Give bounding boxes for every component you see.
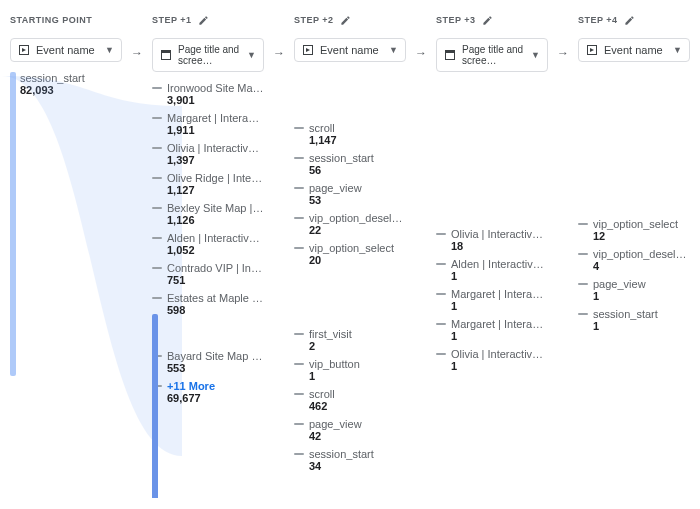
flow-node[interactable]: Margaret | Interactive …1 — [436, 288, 548, 312]
column-title: STEP +2 — [294, 15, 334, 25]
node-tick — [152, 207, 162, 209]
dimension-selector[interactable]: Event name ▼ — [10, 38, 122, 62]
chevron-down-icon: ▼ — [247, 50, 256, 60]
node-label: Olivia | Interactive Floo… — [451, 228, 548, 240]
flow-node[interactable]: vip_option_select12 — [578, 218, 690, 242]
pencil-icon[interactable] — [624, 15, 635, 26]
node-tick — [152, 355, 162, 357]
flow-node[interactable]: session_start34 — [294, 448, 406, 472]
dimension-selector[interactable]: Page title and scree… ▼ — [436, 38, 548, 72]
node-label: scroll — [309, 122, 406, 134]
flow-node[interactable]: Margaret | Interactive …1,911 — [152, 112, 264, 136]
event-icon — [586, 44, 598, 56]
flow-node[interactable]: page_view1 — [578, 278, 690, 302]
node-tick — [152, 177, 162, 179]
flow-node[interactable]: scroll1,147 — [294, 122, 406, 146]
node-list: Olivia | Interactive Floo…18Alden | Inte… — [436, 228, 548, 372]
chevron-down-icon: ▼ — [673, 45, 682, 55]
node-tick — [578, 223, 588, 225]
node-label: vip_option_deselect — [309, 212, 406, 224]
node-tick — [152, 147, 162, 149]
selector-label: Event name — [604, 44, 667, 56]
column-title: STARTING POINT — [10, 15, 92, 25]
node-label: scroll — [309, 388, 406, 400]
event-icon — [302, 44, 314, 56]
column-title: STEP +4 — [578, 15, 618, 25]
flow-node[interactable]: session_start56 — [294, 152, 406, 176]
column-title: STEP +1 — [152, 15, 192, 25]
node-label: session_start — [593, 308, 690, 320]
node-value: 1,911 — [167, 124, 264, 136]
node-list: scroll1,147session_start56page_view53vip… — [294, 122, 406, 472]
column-title: STEP +3 — [436, 15, 476, 25]
arrow-icon: → — [554, 38, 572, 68]
pencil-icon[interactable] — [198, 15, 209, 26]
dimension-selector[interactable]: Page title and scree… ▼ — [152, 38, 264, 72]
node-tick — [152, 385, 162, 387]
flow-node[interactable]: Olivia | Interactive Floo…1,397 — [152, 142, 264, 166]
node-value: 1,052 — [167, 244, 264, 256]
flow-node[interactable]: Ironwood Site Map | In…3,901 — [152, 82, 264, 106]
node-tick — [578, 313, 588, 315]
flow-node[interactable]: page_view53 — [294, 182, 406, 206]
selector-label: Page title and scree… — [178, 44, 241, 66]
flow-node[interactable]: Olivia | Interactive Floo…18 — [436, 228, 548, 252]
dimension-selector[interactable]: Event name ▼ — [294, 38, 406, 62]
node-label: Margaret | Interactive … — [167, 112, 264, 124]
flow-node[interactable]: vip_option_deselect22 — [294, 212, 406, 236]
dimension-selector[interactable]: Event name ▼ — [578, 38, 690, 62]
flow-node[interactable]: Contrado VIP | Interact…751 — [152, 262, 264, 286]
node-tick — [152, 267, 162, 269]
flow-node[interactable]: session_start 82,093 — [20, 72, 122, 96]
flow-node[interactable]: Bexley Site Map | Inter…1,126 — [152, 202, 264, 226]
node-tick — [152, 237, 162, 239]
flow-node[interactable]: scroll462 — [294, 388, 406, 412]
flow-node[interactable]: Olive Ridge | Interactiv…1,127 — [152, 172, 264, 196]
node-value: 1 — [309, 370, 406, 382]
node-value: 42 — [309, 430, 406, 442]
node-label: Margaret | Interactive … — [451, 288, 548, 300]
node-tick — [294, 127, 304, 129]
arrow-icon: → — [128, 38, 146, 68]
flow-node[interactable]: Alden | Interactive Floo…1,052 — [152, 232, 264, 256]
node-label: Estates at Maple Ridg… — [167, 292, 264, 304]
node-value: 34 — [309, 460, 406, 472]
node-tick — [294, 393, 304, 395]
node-value: 20 — [309, 254, 406, 266]
node-label: page_view — [309, 418, 406, 430]
flow-node[interactable]: vip_option_deselect4 — [578, 248, 690, 272]
flow-node[interactable]: page_view42 — [294, 418, 406, 442]
node-value: 1,127 — [167, 184, 264, 196]
node-label: Ironwood Site Map | In… — [167, 82, 264, 94]
flow-node[interactable]: Estates at Maple Ridg…598 — [152, 292, 264, 316]
node-value: 1,397 — [167, 154, 264, 166]
node-tick — [436, 293, 446, 295]
node-value: 22 — [309, 224, 406, 236]
flow-node[interactable]: session_start1 — [578, 308, 690, 332]
node-value: 598 — [167, 304, 264, 316]
node-value: 1 — [451, 300, 548, 312]
node-tick — [294, 333, 304, 335]
node-value: 2 — [309, 340, 406, 352]
node-value: 1,147 — [309, 134, 406, 146]
node-tick — [152, 87, 162, 89]
node-list: Ironwood Site Map | In…3,901Margaret | I… — [152, 82, 264, 404]
flow-node[interactable]: first_visit2 — [294, 328, 406, 352]
flow-node[interactable]: vip_option_select20 — [294, 242, 406, 266]
flow-node[interactable]: Bayard Site Map | Inter…553 — [152, 350, 264, 374]
flow-node[interactable]: Margaret | Interactive …1 — [436, 318, 548, 342]
flow-node[interactable]: Alden | Interactive Floo…1 — [436, 258, 548, 282]
node-label: session_start — [309, 448, 406, 460]
node-list: vip_option_select12vip_option_deselect4p… — [578, 218, 690, 332]
node-label: Alden | Interactive Floo… — [167, 232, 264, 244]
node-label: Bayard Site Map | Inter… — [167, 350, 264, 362]
pencil-icon[interactable] — [482, 15, 493, 26]
pencil-icon[interactable] — [340, 15, 351, 26]
flow-node[interactable]: vip_button1 — [294, 358, 406, 382]
node-tick — [436, 263, 446, 265]
node-label: Margaret | Interactive … — [451, 318, 548, 330]
flow-node[interactable]: +11 More69,677 — [152, 380, 264, 404]
node-label: Alden | Interactive Floo… — [451, 258, 548, 270]
node-label: page_view — [593, 278, 690, 290]
flow-node[interactable]: Olivia | Interactive Floo…1 — [436, 348, 548, 372]
